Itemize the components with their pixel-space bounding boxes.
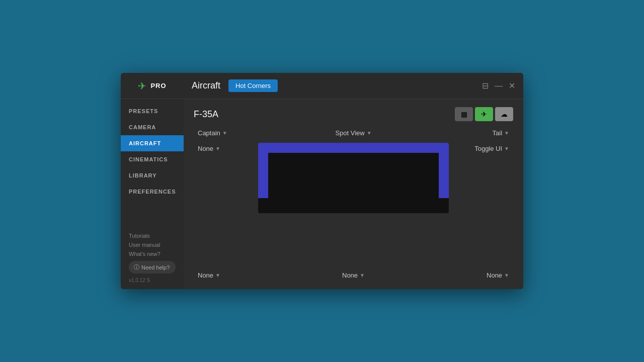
main-content: Aircraft Hot Corners ⊟ — ✕ F-35A ▦ ✈ ☁	[184, 73, 523, 289]
corner-top-right: Tail ▼	[453, 127, 513, 139]
aircraft-name: F-35A	[194, 109, 218, 120]
aircraft-icon-button-1[interactable]: ▦	[455, 107, 473, 121]
spot-view-arrow-icon: ▼	[367, 130, 372, 136]
sidebar-item-preferences[interactable]: PREFERENCES	[121, 184, 184, 200]
page-title: Aircraft	[192, 80, 220, 91]
captain-dropdown[interactable]: Captain ▼	[194, 127, 254, 139]
header: Aircraft Hot Corners ⊟ — ✕	[184, 73, 523, 99]
bottom-left-dropdown[interactable]: None ▼	[194, 269, 254, 281]
corner-bottom-left: None ▼	[194, 269, 254, 281]
corner-middle-left: None ▼	[194, 143, 254, 154]
header-actions: ⊟ — ✕	[482, 81, 515, 90]
app-window: ✈ PRO PRESETS CAMERA AIRCRAFT CINEMATICS…	[121, 73, 523, 289]
whats-new-link[interactable]: What's new?	[129, 251, 176, 257]
captain-arrow-icon: ▼	[222, 130, 227, 136]
content-area: F-35A ▦ ✈ ☁ Captain ▼	[184, 99, 523, 289]
captain-label: Captain	[198, 129, 220, 137]
corner-top-left: Captain ▼	[194, 127, 254, 139]
minimize-button[interactable]: —	[495, 81, 503, 90]
center-display	[258, 143, 449, 213]
logo-icon: ✈	[138, 80, 146, 92]
aircraft-icon-button-3[interactable]: ☁	[495, 107, 513, 121]
middle-left-dropdown[interactable]: None ▼	[194, 143, 224, 154]
toggle-ui-dropdown[interactable]: Toggle UI ▼	[470, 143, 513, 154]
center-display-inner	[258, 143, 449, 213]
aircraft-header: F-35A ▦ ✈ ☁	[194, 107, 513, 121]
close-button[interactable]: ✕	[509, 81, 515, 90]
pro-badge: PRO	[150, 82, 166, 89]
need-help-label: Need help?	[141, 264, 170, 270]
bottom-right-arrow-icon: ▼	[504, 273, 509, 278]
bottom-right-dropdown[interactable]: None ▼	[482, 269, 513, 281]
aircraft-icons: ▦ ✈ ☁	[455, 107, 513, 121]
bottom-left-label: None	[198, 272, 213, 279]
sidebar-item-presets[interactable]: PRESETS	[121, 103, 184, 119]
middle-left-label: None	[198, 145, 213, 152]
toggle-ui-arrow-icon: ▼	[504, 146, 509, 151]
spot-view-label: Spot View	[335, 129, 364, 137]
bottom-left-arrow-icon: ▼	[215, 273, 220, 278]
sidebar-item-aircraft[interactable]: AIRCRAFT	[121, 135, 184, 151]
sidebar-item-library[interactable]: LIBRARY	[121, 167, 184, 184]
tail-arrow-icon: ▼	[504, 130, 509, 136]
bottom-center-dropdown[interactable]: None ▼	[338, 269, 369, 281]
help-circle-icon: ⓘ	[134, 263, 139, 271]
tail-dropdown[interactable]: Tail ▼	[489, 127, 513, 139]
sidebar-nav: PRESETS CAMERA AIRCRAFT CINEMATICS LIBRA…	[121, 99, 184, 227]
corner-bottom-right: None ▼	[453, 269, 513, 281]
highlight-left	[258, 143, 268, 198]
corner-top-center: Spot View ▼	[258, 127, 449, 139]
sidebar-item-camera[interactable]: CAMERA	[121, 119, 184, 135]
spot-view-dropdown[interactable]: Spot View ▼	[331, 127, 375, 139]
bottom-center-arrow-icon: ▼	[360, 273, 365, 278]
filter-icon-button[interactable]: ⊟	[482, 81, 489, 90]
highlight-top	[258, 143, 449, 153]
tail-label: Tail	[493, 129, 503, 137]
need-help-button[interactable]: ⓘ Need help?	[129, 261, 176, 274]
version-label: v1.0.12 S	[129, 278, 176, 283]
middle-left-arrow-icon: ▼	[215, 146, 220, 151]
sidebar: ✈ PRO PRESETS CAMERA AIRCRAFT CINEMATICS…	[121, 73, 184, 289]
tutorials-link[interactable]: Tutorials	[129, 233, 176, 239]
highlight-right	[439, 143, 449, 198]
sidebar-logo: ✈ PRO	[121, 73, 184, 99]
bottom-right-label: None	[487, 272, 502, 279]
hot-corners-container: Captain ▼ Spot View ▼ Tail ▼	[194, 127, 513, 281]
bottom-center-label: None	[342, 272, 358, 279]
sidebar-item-cinematics[interactable]: CINEMATICS	[121, 151, 184, 167]
corner-middle-right: Toggle UI ▼	[453, 143, 513, 154]
tab-hot-corners[interactable]: Hot Corners	[228, 79, 278, 92]
corner-bottom-center: None ▼	[258, 269, 449, 281]
user-manual-link[interactable]: User manual	[129, 242, 176, 248]
sidebar-footer: Tutorials User manual What's new? ⓘ Need…	[121, 227, 184, 289]
aircraft-icon-button-2[interactable]: ✈	[475, 107, 493, 121]
toggle-ui-label: Toggle UI	[474, 145, 502, 152]
